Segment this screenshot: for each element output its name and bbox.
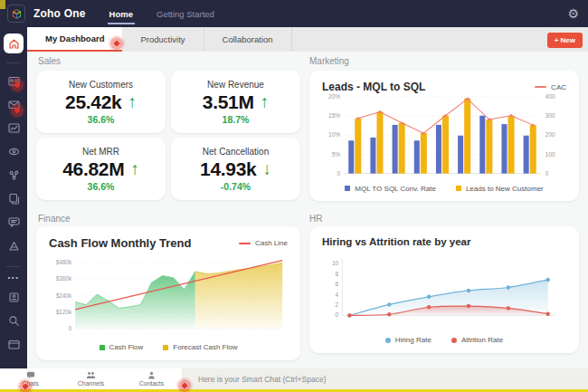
trend-up-icon: ↑	[261, 93, 270, 111]
sidebar-item-apps[interactable]	[0, 163, 27, 186]
documents-icon	[8, 193, 20, 205]
smart-chat-input[interactable]: Here is your Smart Chat (Ctrl+Space)	[182, 368, 588, 389]
reports-icon	[8, 122, 20, 134]
sidebar-item-badge[interactable]	[0, 285, 27, 309]
kpi-card-new-customers: New Customers 25.42k↑ 36.6%	[36, 71, 166, 133]
sidebar-divider	[6, 62, 21, 63]
legend-hiring-rate: Hiring Rate	[385, 336, 432, 344]
sidebar-item-search[interactable]	[0, 309, 27, 332]
click-marker	[9, 77, 25, 93]
kpi-delta: 36.6%	[88, 181, 115, 192]
line-legend-icon	[535, 86, 546, 88]
tab-collaboration[interactable]: Collaboration	[204, 27, 292, 52]
brand-title: Zoho One	[33, 7, 86, 20]
sidebar-item-chat[interactable]	[0, 210, 27, 234]
svg-text:6: 6	[336, 281, 339, 287]
sidebar-item-insights[interactable]	[0, 139, 27, 163]
legend-cash-line: Cash Line	[239, 239, 288, 247]
new-button[interactable]: + New	[547, 33, 583, 48]
sidebar-item-reports[interactable]	[0, 116, 27, 139]
svg-text:$480k: $480k	[56, 259, 72, 265]
legend-forecast-cash-flow: Forecast Cash Flow	[163, 343, 237, 351]
svg-text:$240k: $240k	[56, 292, 72, 299]
kpi-card-net-mrr: Net MRR 46.82M↑ 36.6%	[36, 138, 166, 200]
svg-text:0: 0	[545, 170, 549, 177]
tab-my-dashboard[interactable]: My Dashboard	[27, 27, 122, 52]
smart-chat-bar: Chats Channels Contacts Here is your Sma…	[0, 368, 588, 389]
svg-text:$120k: $120k	[56, 309, 72, 315]
kpi-title: Net Cancellation	[203, 147, 269, 157]
contacts-icon	[147, 371, 156, 379]
svg-text:5%: 5%	[332, 151, 341, 158]
annotation-corner-mark	[0, 0, 5, 9]
kpi-delta: 36.6%	[88, 114, 115, 125]
kpi-value: 46.82M	[62, 158, 124, 180]
click-marker	[9, 102, 25, 119]
contacts-button[interactable]: Contacts	[121, 368, 182, 389]
chart-title: Cash Flow Monthly Trend	[49, 236, 191, 250]
insights-eye-icon	[8, 146, 20, 158]
home-icon	[8, 38, 20, 50]
bar-legend-icon	[456, 186, 461, 191]
svg-text:2: 2	[336, 301, 339, 308]
chat-icon	[8, 216, 20, 228]
legend-mql-conv-rate: MQL TO SQL Conv. Rate	[345, 185, 436, 193]
sidebar-item-documents[interactable]	[0, 186, 27, 210]
marketing-chart: 005%10010%20015%30020%400	[322, 93, 566, 185]
chart-title: Hiring vs Attrition rate by year	[322, 236, 470, 247]
kpi-card-new-revenue: New Revenue 3.51M↑ 18.7%	[171, 71, 300, 133]
svg-text:300: 300	[545, 112, 555, 119]
channels-button[interactable]: Channels	[61, 368, 121, 389]
svg-text:15%: 15%	[328, 112, 340, 119]
kpi-delta: 18.7%	[223, 114, 250, 125]
finance-chart-card: Cash Flow Monthly Trend Cash Line 0$120k…	[36, 226, 300, 360]
kpi-title: Net MRR	[82, 147, 119, 157]
svg-text:$360k: $360k	[56, 275, 72, 282]
kpi-title: New Customers	[69, 80, 133, 90]
dot-legend-icon	[451, 338, 457, 343]
nav-home[interactable]: Home	[109, 9, 133, 19]
section-label-sales: Sales	[38, 56, 61, 66]
kpi-title: New Revenue	[207, 80, 264, 90]
section-label-finance: Finance	[38, 214, 71, 224]
click-marker	[176, 378, 193, 392]
finance-chart: 0$120k$240k$360k$480k	[49, 250, 288, 343]
marketing-chart-card: Leads - MQL to SQL CAC 005%10010%20015%3…	[309, 71, 579, 201]
nav-getting-started[interactable]: Getting Started	[156, 9, 214, 19]
svg-text:10: 10	[332, 260, 339, 266]
sidebar-item-design[interactable]	[0, 234, 27, 257]
kpi-card-net-cancellation: Net Cancellation 14.93k↓ -0.74%	[171, 138, 300, 200]
kpi-value: 25.42k	[65, 91, 121, 113]
trend-up-icon: ↑	[128, 93, 137, 111]
design-icon	[8, 240, 20, 252]
sidebar-divider	[6, 266, 21, 267]
section-label-hr: HR	[309, 214, 322, 224]
trend-up-icon: ↑	[130, 160, 139, 178]
svg-text:0: 0	[69, 325, 72, 331]
window-icon	[8, 339, 20, 350]
click-marker	[17, 378, 33, 392]
section-label-marketing: Marketing	[309, 56, 349, 66]
kpi-value: 14.93k	[200, 158, 256, 180]
hr-chart: 0246810	[322, 247, 566, 336]
svg-text:10%: 10%	[328, 131, 340, 138]
zoho-logo-icon[interactable]	[7, 5, 25, 23]
line-legend-icon	[239, 243, 251, 244]
kpi-delta: -0.74%	[221, 181, 251, 192]
dashboard-content: Sales Marketing Finance HR New Customers…	[27, 52, 588, 368]
legend-attrition-rate: Attrition Rate	[451, 336, 503, 344]
badge-icon	[8, 292, 20, 303]
legend-cac: CAC	[535, 83, 566, 91]
area-legend-icon	[100, 345, 105, 350]
svg-text:400: 400	[545, 93, 555, 100]
hr-chart-card: Hiring vs Attrition rate by year 0246810…	[309, 226, 579, 353]
tab-productivity[interactable]: Productivity	[122, 27, 204, 52]
dot-legend-icon	[385, 338, 391, 343]
more-apps-icon[interactable]: •••	[8, 272, 20, 285]
trend-down-icon: ↓	[262, 160, 271, 178]
sidebar-home-button[interactable]	[4, 33, 24, 53]
settings-gear-icon[interactable]: ⚙	[567, 4, 579, 24]
svg-text:20%: 20%	[328, 93, 340, 100]
sidebar-item-window[interactable]	[0, 332, 27, 356]
legend-cash-flow: Cash Flow	[100, 343, 144, 351]
